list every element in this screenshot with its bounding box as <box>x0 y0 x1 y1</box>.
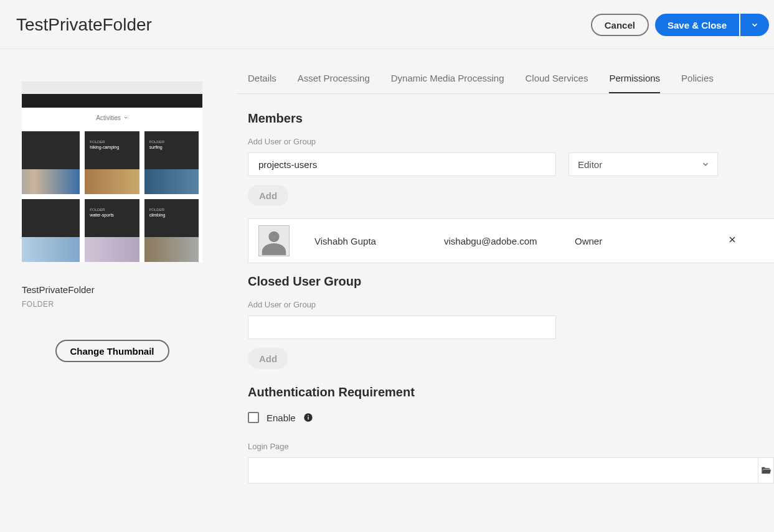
member-email: vishabgu@adobe.com <box>444 236 575 246</box>
cug-section: Closed User Group Add User or Group Add <box>237 263 774 369</box>
thumb-tile <box>22 199 80 262</box>
tab-details[interactable]: Details <box>248 68 276 93</box>
tab-permissions[interactable]: Permissions <box>609 68 660 93</box>
thumb-grid: oardingFOLDERhiking-campingFOLDERsurfing… <box>22 128 202 262</box>
auth-heading: Authentication Requirement <box>248 385 774 399</box>
auth-enable-label: Enable <box>267 413 296 423</box>
save-button-group: Save & Close <box>655 14 769 36</box>
thumb-tile: FOLDERclimbing <box>144 199 199 262</box>
login-page-row <box>248 457 774 483</box>
save-dropdown-button[interactable] <box>739 14 769 36</box>
tab-dynamic-media-processing[interactable]: Dynamic Media Processing <box>391 68 504 93</box>
chevron-down-icon <box>701 160 710 169</box>
members-input-row: Editor <box>248 152 774 176</box>
login-page-label: Login Page <box>248 442 774 451</box>
member-name: Vishabh Gupta <box>314 236 444 246</box>
members-add-label: Add User or Group <box>248 137 774 146</box>
members-role-select[interactable]: Editor <box>569 152 718 176</box>
page-title: TestPrivateFolder <box>16 15 152 35</box>
cancel-button[interactable]: Cancel <box>591 14 649 36</box>
change-thumbnail-wrap: Change Thumbnail <box>22 309 202 362</box>
tab-policies[interactable]: Policies <box>681 68 714 93</box>
thumb-tile: FOLDERhiking-camping <box>85 131 139 194</box>
thumb-tile: oarding <box>22 131 80 194</box>
member-row: Vishabh Guptavishabgu@adobe.comOwner <box>248 218 774 263</box>
member-role: Owner <box>575 236 668 246</box>
folder-name: TestPrivateFolder <box>22 284 212 295</box>
tabs: DetailsAsset ProcessingDynamic Media Pro… <box>237 68 774 94</box>
chevron-down-icon <box>750 21 759 29</box>
info-icon[interactable] <box>303 413 313 422</box>
thumb-header-bar <box>22 94 202 108</box>
login-page-input[interactable] <box>248 457 758 483</box>
chevron-down-icon <box>123 115 128 120</box>
tab-asset-processing[interactable]: Asset Processing <box>298 68 370 93</box>
cug-user-input[interactable] <box>248 315 556 339</box>
thumb-label-text: Activities <box>96 114 120 121</box>
cug-add-label: Add User or Group <box>248 300 774 309</box>
save-close-button[interactable]: Save & Close <box>655 14 739 36</box>
auth-section: Authentication Requirement Enable Login … <box>237 369 774 483</box>
auth-enable-row: Enable <box>248 412 774 423</box>
folder-open-icon <box>760 465 772 476</box>
member-remove-button[interactable] <box>728 235 739 246</box>
close-icon <box>728 235 737 244</box>
members-add-button[interactable]: Add <box>248 185 288 206</box>
left-column: Activities oardingFOLDERhiking-campingFO… <box>0 49 212 483</box>
content-area: Activities oardingFOLDERhiking-campingFO… <box>0 49 774 483</box>
folder-type: FOLDER <box>22 300 212 309</box>
right-column: DetailsAsset ProcessingDynamic Media Pro… <box>237 49 774 483</box>
header-actions: Cancel Save & Close <box>591 14 769 36</box>
members-section: Members Add User or Group Editor Add Vis… <box>237 94 774 263</box>
avatar <box>258 225 290 256</box>
members-role-value: Editor <box>578 159 602 170</box>
change-thumbnail-button[interactable]: Change Thumbnail <box>55 340 169 362</box>
auth-enable-checkbox[interactable] <box>248 412 259 423</box>
svg-rect-3 <box>308 417 308 420</box>
thumb-label: Activities <box>22 108 202 128</box>
folder-thumbnail: Activities oardingFOLDERhiking-campingFO… <box>22 82 202 262</box>
login-page-browse-button[interactable] <box>758 457 774 483</box>
svg-rect-4 <box>308 415 308 416</box>
page-header: TestPrivateFolder Cancel Save & Close <box>0 0 774 49</box>
thumb-tile: FOLDERwater-sports <box>85 199 139 262</box>
members-heading: Members <box>248 111 774 126</box>
tab-cloud-services[interactable]: Cloud Services <box>526 68 588 93</box>
thumb-tile: FOLDERsurfing <box>144 131 199 194</box>
members-user-input[interactable] <box>248 152 556 176</box>
cug-add-button[interactable]: Add <box>248 348 288 369</box>
login-page-block: Login Page <box>248 442 774 483</box>
member-rows: Vishabh Guptavishabgu@adobe.comOwner <box>248 218 774 263</box>
cug-heading: Closed User Group <box>248 274 774 289</box>
